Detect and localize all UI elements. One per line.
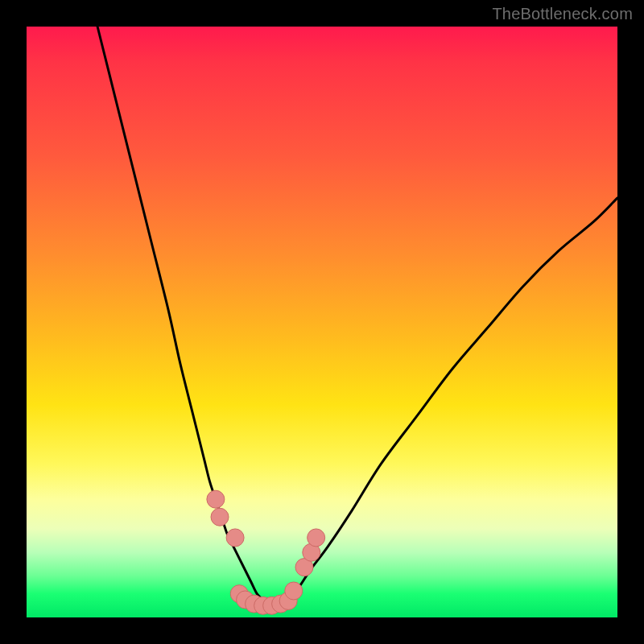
data-marker [226, 529, 244, 547]
curve-right-branch [275, 198, 617, 605]
chart-frame: TheBottleneck.com [0, 0, 644, 644]
data-marker [308, 529, 325, 547]
curve-left-branch [97, 27, 275, 606]
watermark-text: TheBottleneck.com [492, 5, 633, 23]
chart-svg [27, 27, 617, 617]
data-marker [207, 490, 225, 508]
data-marker [285, 582, 303, 600]
marker-group [207, 490, 325, 614]
data-marker [211, 508, 229, 526]
